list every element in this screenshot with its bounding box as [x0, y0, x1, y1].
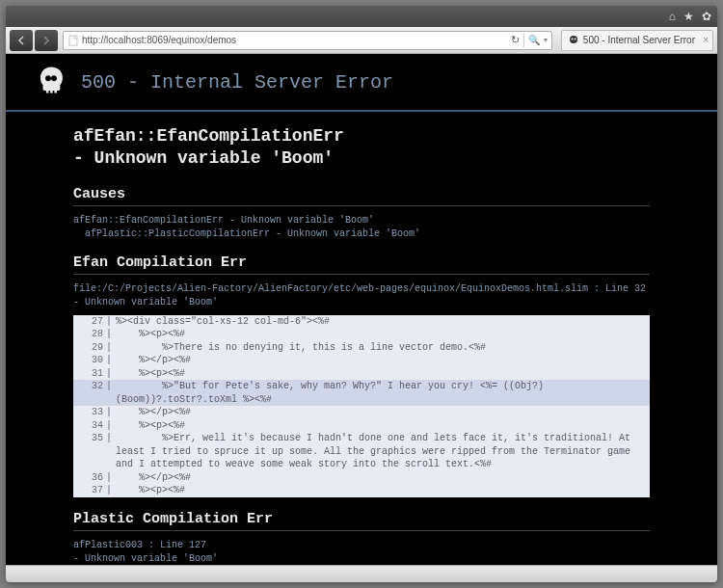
svg-point-3	[574, 38, 576, 40]
browser-tab[interactable]: 500 - Internal Server Error ×	[561, 30, 713, 51]
plastic-file: afPlastic003 : Line 127	[73, 539, 650, 552]
code-line: 31| %><p><%#	[73, 367, 650, 381]
code-line: 33| %></p><%#	[73, 406, 650, 419]
code-line: 36| %></p><%#	[73, 471, 650, 485]
star-icon[interactable]: ★	[683, 10, 694, 23]
efan-heading: Efan Compilation Err	[73, 254, 650, 275]
tab-strip: 500 - Internal Server Error ×	[561, 30, 713, 51]
code-line: 34| %><p><%#	[73, 419, 650, 433]
refresh-icon[interactable]: ↻	[511, 34, 520, 46]
dropdown-icon[interactable]: ▾	[544, 36, 548, 44]
page-icon	[67, 35, 79, 46]
code-line: 29| %>There is no denying it, this is a …	[73, 341, 650, 355]
home-icon[interactable]: ⌂	[669, 10, 676, 23]
svg-point-1	[570, 36, 577, 43]
url-controls: ↻ 🔍 ▾	[511, 34, 548, 47]
svg-point-2	[571, 38, 573, 40]
error-summary: afEfan::EfanCompilationErr - Unknown var…	[6, 112, 717, 176]
code-line: 30| %></p><%#	[73, 354, 650, 367]
browser-window: ⌂ ★ ✿ ↻ 🔍 ▾ 500 - Internal Server Error …	[6, 6, 717, 582]
window-titlebar: ⌂ ★ ✿	[6, 6, 717, 27]
page-content[interactable]: 500 - Internal Server Error afEfan::Efan…	[6, 54, 717, 565]
efan-file-line: file:/C:/Projects/Alien-Factory/AlienFac…	[73, 282, 650, 309]
browser-toolbar: ↻ 🔍 ▾ 500 - Internal Server Error ×	[6, 27, 717, 54]
efan-sub: - Unknown variable 'Boom'	[73, 296, 650, 309]
gear-icon[interactable]: ✿	[702, 10, 711, 23]
page-title: 500 - Internal Server Error	[81, 71, 393, 94]
tab-title: 500 - Internal Server Error	[583, 35, 695, 45]
tab-close-icon[interactable]: ×	[703, 35, 709, 45]
plastic-file-line: afPlastic003 : Line 127 - Unknown variab…	[73, 539, 650, 565]
plastic-heading: Plastic Compilation Err	[73, 511, 650, 531]
efan-code: 27|%><div class="col-xs-12 col-md-6"><%#…	[73, 315, 650, 497]
forward-button[interactable]	[35, 30, 58, 51]
code-line: 35| %>Err, well it's because I hadn't do…	[73, 432, 650, 471]
back-button[interactable]	[10, 30, 33, 51]
causes-section: Causes afEfan::EfanCompilationErr - Unkn…	[6, 176, 717, 245]
code-line: 37| %><p><%#	[73, 484, 650, 497]
skull-icon	[35, 64, 67, 100]
divider	[523, 34, 524, 47]
error-class: afEfan::EfanCompilationErr	[73, 125, 650, 147]
error-header: 500 - Internal Server Error	[6, 54, 717, 112]
favicon-skull-icon	[568, 35, 579, 46]
status-bar	[6, 565, 717, 582]
svg-rect-0	[69, 36, 77, 45]
address-bar[interactable]: ↻ 🔍 ▾	[63, 31, 552, 50]
search-icon[interactable]: 🔍	[528, 35, 540, 45]
efan-file: file:/C:/Projects/Alien-Factory/AlienFac…	[73, 282, 650, 296]
causes-list: afEfan::EfanCompilationErr - Unknown var…	[73, 214, 650, 241]
code-line: 27|%><div class="col-xs-12 col-md-6"><%#	[73, 315, 650, 329]
error-message: - Unknown variable 'Boom'	[73, 147, 650, 170]
url-input[interactable]	[82, 35, 508, 45]
code-line: 32| %>"But for Pete's sake, why man? Why…	[73, 380, 650, 406]
plastic-sub: - Unknown variable 'Boom'	[73, 552, 650, 565]
causes-heading: Causes	[73, 186, 650, 206]
plastic-section: Plastic Compilation Err afPlastic003 : L…	[6, 501, 717, 565]
efan-section: Efan Compilation Err file:/C:/Projects/A…	[6, 245, 717, 501]
code-line: 28| %><p><%#	[73, 328, 650, 341]
